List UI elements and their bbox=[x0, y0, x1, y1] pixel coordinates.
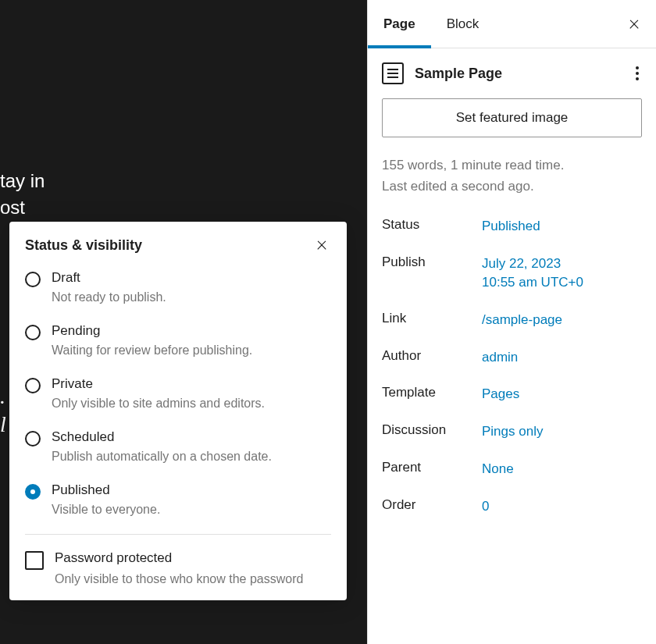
summary-row-parent: Parent None bbox=[382, 460, 642, 479]
status-option-draft[interactable]: Draft Not ready to publish. bbox=[25, 270, 331, 304]
radio-icon bbox=[25, 378, 41, 393]
status-option-pending[interactable]: Pending Waiting for review before publis… bbox=[25, 323, 331, 358]
option-label: Draft bbox=[52, 270, 166, 286]
summary-row-publish: Publish July 22, 2023 10:55 am UTC+0 bbox=[382, 254, 642, 292]
radio-icon bbox=[25, 272, 41, 287]
checkbox-icon bbox=[25, 551, 44, 570]
popover-header: Status & visibility bbox=[25, 236, 331, 254]
publish-value[interactable]: July 22, 2023 10:55 am UTC+0 bbox=[482, 254, 583, 292]
link-value[interactable]: /sample-page bbox=[482, 311, 562, 329]
option-label: Scheduled bbox=[52, 429, 272, 445]
close-sidebar-button[interactable] bbox=[625, 15, 644, 34]
status-options: Draft Not ready to publish. Pending Wait… bbox=[25, 270, 331, 517]
summary-label: Parent bbox=[382, 460, 482, 479]
checkbox-desc: Only visible to those who know the passw… bbox=[55, 572, 303, 586]
sidebar-tabs: Page Block bbox=[368, 0, 656, 48]
close-icon bbox=[627, 17, 641, 31]
tab-page[interactable]: Page bbox=[368, 1, 431, 48]
close-icon bbox=[315, 238, 329, 252]
page-header: Sample Page bbox=[382, 62, 642, 84]
editor-canvas: tay in ost . l Status & visibility Draft… bbox=[0, 0, 367, 644]
option-desc: Not ready to publish. bbox=[52, 290, 166, 304]
template-value[interactable]: Pages bbox=[482, 385, 519, 404]
more-options-button[interactable] bbox=[633, 63, 642, 84]
summary-row-discussion: Discussion Pings only bbox=[382, 422, 642, 441]
option-desc: Only visible to site admins and editors. bbox=[52, 397, 265, 411]
last-edited: Last edited a second ago. bbox=[382, 176, 642, 197]
status-visibility-popover: Status & visibility Draft Not ready to p… bbox=[9, 222, 347, 600]
summary-row-status: Status Published bbox=[382, 217, 642, 236]
option-desc: Waiting for review before publishing. bbox=[52, 343, 252, 358]
summary-label: Author bbox=[382, 348, 482, 367]
summary-label: Status bbox=[382, 217, 482, 236]
status-value[interactable]: Published bbox=[482, 217, 540, 236]
author-value[interactable]: admin bbox=[482, 348, 518, 367]
order-value[interactable]: 0 bbox=[482, 497, 489, 516]
editor-bg-text-italic: . l bbox=[0, 382, 6, 439]
status-option-published[interactable]: Published Visible to everyone. bbox=[25, 482, 331, 517]
option-label: Published bbox=[52, 482, 160, 498]
summary-label: Discussion bbox=[382, 422, 482, 441]
divider bbox=[25, 534, 331, 535]
status-option-private[interactable]: Private Only visible to site admins and … bbox=[25, 376, 331, 411]
summary-row-link: Link /sample-page bbox=[382, 311, 642, 329]
discussion-value[interactable]: Pings only bbox=[482, 422, 543, 441]
parent-value[interactable]: None bbox=[482, 460, 514, 479]
settings-sidebar: Page Block Sample Page Set featured imag… bbox=[367, 0, 656, 644]
summary-row-template: Template Pages bbox=[382, 385, 642, 404]
checkbox-label: Password protected bbox=[55, 550, 303, 566]
close-popover-button[interactable] bbox=[312, 236, 331, 254]
option-desc: Publish automatically on a chosen date. bbox=[52, 450, 272, 464]
option-label: Private bbox=[52, 376, 265, 392]
radio-icon bbox=[25, 325, 41, 340]
summary-row-order: Order 0 bbox=[382, 497, 642, 516]
tab-block[interactable]: Block bbox=[431, 1, 495, 48]
summary-row-author: Author admin bbox=[382, 348, 642, 367]
option-desc: Visible to everyone. bbox=[52, 503, 160, 517]
password-protected-option[interactable]: Password protected Only visible to those… bbox=[25, 550, 331, 586]
sidebar-body: Sample Page Set featured image 155 words… bbox=[368, 48, 656, 549]
summary-label: Link bbox=[382, 311, 482, 329]
status-option-scheduled[interactable]: Scheduled Publish automatically on a cho… bbox=[25, 429, 331, 464]
summary-label: Template bbox=[382, 385, 482, 404]
summary-label: Order bbox=[382, 497, 482, 516]
radio-icon-selected bbox=[25, 484, 41, 500]
popover-title: Status & visibility bbox=[25, 237, 142, 254]
page-meta: 155 words, 1 minute read time. Last edit… bbox=[382, 155, 642, 197]
page-icon bbox=[382, 62, 404, 84]
page-title: Sample Page bbox=[415, 66, 502, 82]
summary-label: Publish bbox=[382, 254, 482, 292]
set-featured-image-button[interactable]: Set featured image bbox=[382, 98, 642, 137]
radio-icon bbox=[25, 431, 41, 447]
word-count: 155 words, 1 minute read time. bbox=[382, 155, 642, 176]
editor-bg-text: tay in ost bbox=[0, 168, 45, 220]
option-label: Pending bbox=[52, 323, 252, 339]
